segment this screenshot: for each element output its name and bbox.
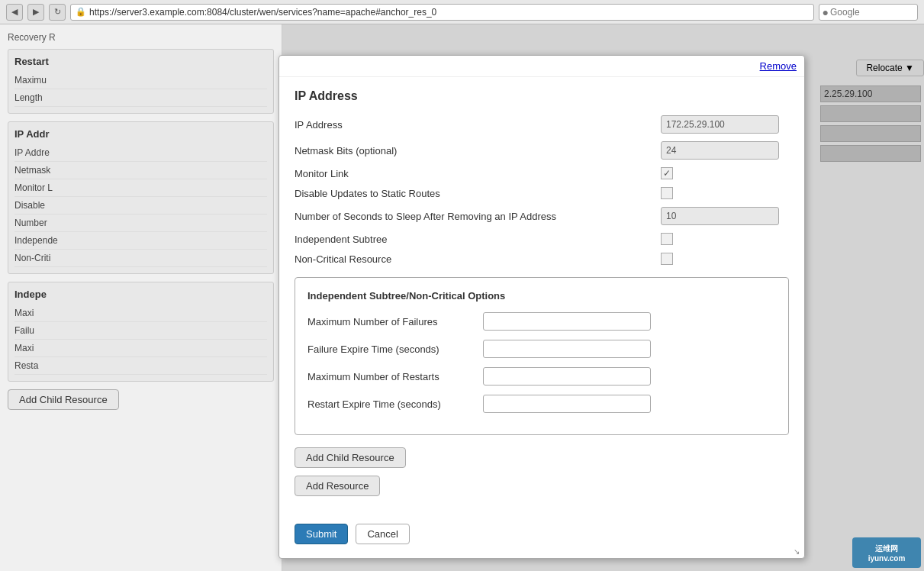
ip-address-label: IP Address	[295, 119, 661, 131]
ip-addr-row: IP Addre	[14, 144, 267, 162]
resize-handle[interactable]: ↘	[794, 547, 803, 556]
independent-subtree-row: Independent Subtree	[295, 233, 789, 245]
noncritical-label: Non-Critical Resource	[295, 253, 661, 265]
subtree-options-title: Independent Subtree/Non-Critical Options	[307, 290, 776, 302]
relocate-label: Relocate ▼	[866, 63, 914, 73]
maximum-row: Maximu	[14, 72, 267, 89]
netmask-row: Netmask Bits (optional)	[295, 141, 789, 160]
ip-value-box: 2.25.29.100	[820, 85, 921, 102]
independent-subtree-checkbox[interactable]	[661, 233, 673, 245]
ip-addr-section: IP Addr IP Addre Netmask Monitor L Disab…	[8, 121, 274, 274]
left-panel: Recovery R Restart Maximu Length IP Addr…	[0, 24, 282, 571]
monitor-link-row: Monitor Link	[295, 167, 789, 179]
empty-box-3	[820, 145, 921, 162]
sleep-seconds-row: Number of Seconds to Sleep After Removin…	[295, 207, 789, 225]
watermark: 运维网 iyunv.com	[852, 537, 921, 568]
disable-updates-label: Disable Updates to Static Routes	[295, 188, 661, 199]
empty-box-2	[820, 125, 921, 142]
max-restarts-label: Maximum Number of Restarts	[307, 371, 483, 382]
independent-row: Independe	[14, 232, 267, 250]
failure-row: Failu	[14, 322, 267, 340]
right-panel: Relocate ▼ 2.25.29.100	[817, 24, 924, 571]
indep-title: Indepe	[14, 289, 267, 300]
noncritical-row: Non-Critical Resource	[295, 253, 789, 265]
ip-address-modal: Remove IP Address IP Address Netmask Bit…	[278, 55, 805, 559]
add-child-row: Add Child Resource	[295, 447, 789, 468]
sleep-seconds-input[interactable]	[661, 207, 779, 225]
max-failures-label: Maximum Number of Failures	[307, 316, 483, 327]
restart-row: Resta	[14, 357, 267, 375]
watermark-line1: 运维网	[875, 544, 898, 554]
ip-address-input[interactable]	[661, 115, 779, 134]
disable-row: Disable	[14, 197, 267, 215]
add-child-resource-button[interactable]: Add Child Resource	[295, 447, 406, 468]
restart-title: Restart	[14, 56, 267, 67]
subtree-options-section: Independent Subtree/Non-Critical Options…	[295, 277, 789, 435]
recovery-label: Recovery R	[8, 32, 274, 43]
sleep-seconds-label: Number of Seconds to Sleep After Removin…	[295, 211, 661, 222]
ip-address-row: IP Address	[295, 115, 789, 134]
ip-addr-title: IP Addr	[14, 128, 267, 140]
max-restarts-row: Maximum Number of Restarts	[307, 367, 776, 386]
add-child-resource-button-left[interactable]: Add Child Resource	[8, 389, 119, 410]
remove-link[interactable]: Remove	[760, 60, 797, 72]
monitor-link-label: Monitor Link	[295, 168, 661, 179]
monitor-row: Monitor L	[14, 179, 267, 197]
max-failures-row: Maximum Number of Failures	[307, 312, 776, 331]
monitor-link-checkbox[interactable]	[661, 167, 673, 179]
url-text: https://server3.example.com:8084/cluster…	[89, 7, 436, 18]
restart-expire-row: Restart Expire Time (seconds)	[307, 395, 776, 413]
search-input[interactable]	[830, 7, 914, 18]
modal-footer: Submit Cancel	[279, 516, 804, 552]
ip-value: 2.25.29.100	[824, 89, 872, 99]
modal-body: IP Address IP Address Netmask Bits (opti…	[279, 77, 804, 516]
length-row: Length	[14, 89, 267, 107]
max-failures-input[interactable]	[483, 312, 651, 331]
restart-expire-label: Restart Expire Time (seconds)	[307, 398, 483, 410]
maxi2-row: Maxi	[14, 340, 267, 357]
noncritical-checkbox[interactable]	[661, 253, 673, 265]
failure-expire-row: Failure Expire Time (seconds)	[307, 340, 776, 358]
noncritical-row: Non-Criti	[14, 250, 267, 267]
watermark-line2: iyunv.com	[868, 554, 906, 563]
url-bar[interactable]: 🔒 https://server3.example.com:8084/clust…	[70, 4, 814, 21]
submit-button[interactable]: Submit	[295, 524, 348, 544]
empty-box-1	[820, 105, 921, 122]
refresh-button[interactable]: ↻	[49, 4, 66, 21]
disable-updates-checkbox[interactable]	[661, 187, 673, 199]
maxi-row: Maxi	[14, 305, 267, 322]
max-restarts-input[interactable]	[483, 367, 651, 386]
failure-expire-label: Failure Expire Time (seconds)	[307, 344, 483, 355]
restart-expire-input[interactable]	[483, 395, 651, 413]
forward-button[interactable]: ▶	[27, 4, 44, 21]
modal-header: Remove	[279, 56, 804, 77]
add-resource-button[interactable]: Add Resource	[295, 476, 380, 496]
failure-expire-input[interactable]	[483, 340, 651, 358]
number-row: Number	[14, 215, 267, 232]
netmask-label: Netmask Bits (optional)	[295, 145, 661, 156]
modal-title: IP Address	[295, 89, 789, 103]
page-content: Recovery R Restart Maximu Length IP Addr…	[0, 24, 924, 571]
netmask-input[interactable]	[661, 141, 779, 160]
back-button[interactable]: ◀	[6, 4, 23, 21]
independent-subtree-label: Independent Subtree	[295, 234, 661, 245]
browser-toolbar: ◀ ▶ ↻ 🔒 https://server3.example.com:8084…	[0, 0, 924, 24]
disable-updates-row: Disable Updates to Static Routes	[295, 187, 789, 199]
indep-section: Indepe Maxi Failu Maxi Resta	[8, 282, 274, 382]
relocate-button[interactable]: Relocate ▼	[856, 60, 924, 76]
netmask-row: Netmask	[14, 162, 267, 179]
restart-section: Restart Maximu Length	[8, 49, 274, 114]
add-resource-row: Add Resource	[295, 476, 789, 496]
cancel-button[interactable]: Cancel	[356, 524, 409, 544]
